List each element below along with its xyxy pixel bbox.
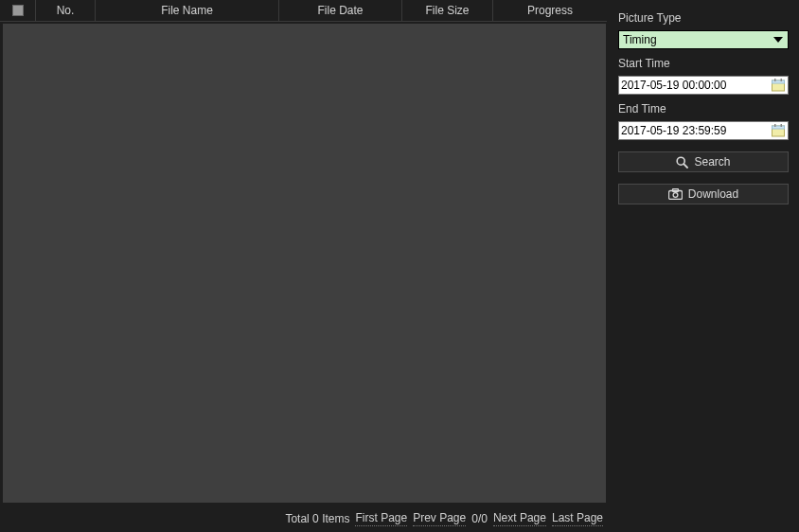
- column-no: No.: [36, 0, 96, 22]
- svg-rect-6: [772, 126, 785, 129]
- picture-type-label: Picture Type: [618, 11, 791, 25]
- svg-rect-7: [774, 124, 776, 127]
- column-file-date: File Date: [279, 0, 402, 22]
- table-body: [3, 24, 606, 503]
- start-time-label: Start Time: [618, 49, 791, 70]
- picture-type-select[interactable]: Timing: [618, 30, 789, 49]
- download-button-label: Download: [688, 187, 738, 201]
- svg-rect-8: [781, 124, 783, 127]
- end-time-label: End Time: [618, 95, 791, 115]
- start-time-value: 2017-05-19 00:00:00: [621, 79, 726, 92]
- picture-type-value: Timing: [623, 33, 657, 46]
- column-file-size: File Size: [402, 0, 493, 22]
- next-page-link[interactable]: Next Page: [493, 511, 546, 526]
- total-suffix: Items: [322, 512, 349, 525]
- svg-point-13: [673, 193, 678, 198]
- svg-marker-0: [773, 37, 783, 43]
- search-sidebar: Picture Type Timing Start Time 2017-05-1…: [609, 0, 799, 532]
- select-all-checkbox[interactable]: [12, 5, 24, 16]
- svg-rect-4: [781, 79, 783, 81]
- calendar-icon: [772, 79, 785, 92]
- search-button-label: Search: [694, 155, 730, 168]
- download-button[interactable]: Download: [618, 184, 789, 204]
- total-items-label: Total 0 Items: [285, 512, 349, 525]
- search-button[interactable]: Search: [618, 151, 789, 172]
- search-icon: [676, 156, 688, 168]
- chevron-down-icon: [771, 32, 786, 47]
- column-progress: Progress: [493, 0, 607, 22]
- end-time-value: 2017-05-19 23:59:59: [621, 124, 726, 137]
- pagination-footer: Total 0 Items First Page Prev Page 0/0 N…: [0, 505, 609, 532]
- select-all-cell[interactable]: [0, 0, 36, 22]
- svg-line-10: [684, 164, 688, 168]
- column-file-name: File Name: [96, 0, 279, 22]
- table-header: No. File Name File Date File Size Progre…: [0, 0, 609, 22]
- calendar-icon: [772, 124, 785, 137]
- svg-rect-2: [772, 80, 785, 83]
- start-time-input[interactable]: 2017-05-19 00:00:00: [618, 76, 789, 95]
- total-prefix: Total: [285, 512, 309, 525]
- svg-rect-3: [774, 79, 776, 81]
- end-time-input[interactable]: 2017-05-19 23:59:59: [618, 121, 789, 140]
- last-page-link[interactable]: Last Page: [552, 511, 603, 526]
- total-count: 0: [312, 512, 319, 525]
- page-indicator: 0/0: [471, 512, 488, 525]
- prev-page-link[interactable]: Prev Page: [413, 511, 466, 526]
- camera-icon: [668, 188, 683, 200]
- first-page-link[interactable]: First Page: [355, 511, 407, 526]
